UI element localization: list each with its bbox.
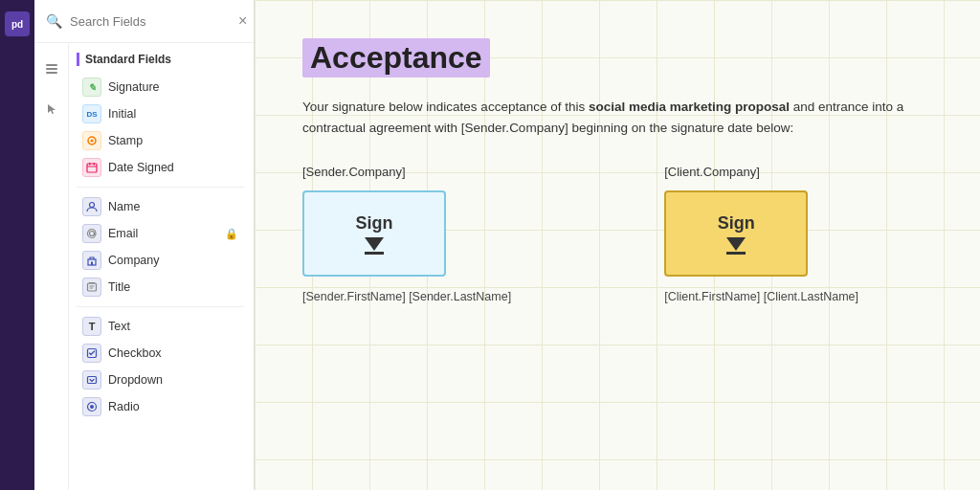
dropdown-icon bbox=[82, 370, 101, 390]
search-input[interactable] bbox=[70, 14, 231, 29]
client-sig-column: [Client.Company] Sign [Client.FirstName]… bbox=[664, 165, 858, 303]
field-label-initial: Initial bbox=[108, 107, 136, 121]
field-item-text[interactable]: T Text bbox=[77, 313, 244, 340]
signature-icon: ✎ bbox=[82, 78, 101, 97]
close-icon[interactable]: × bbox=[238, 13, 247, 29]
field-label-title: Title bbox=[108, 280, 130, 294]
date-signed-icon bbox=[82, 158, 101, 177]
svg-rect-12 bbox=[91, 262, 93, 266]
sidebar-left-icons bbox=[34, 43, 69, 490]
svg-rect-18 bbox=[88, 377, 97, 384]
client-arrow-down-icon bbox=[726, 237, 746, 251]
field-label-radio: Radio bbox=[108, 400, 140, 413]
initial-icon: DS bbox=[82, 104, 101, 123]
field-label-email: Email bbox=[108, 227, 138, 240]
body-text-bold: social media marketing proposal bbox=[589, 100, 790, 114]
main-content: Acceptance Your signature below indicate… bbox=[255, 0, 980, 490]
body-text-start: Your signature below indicates acceptanc… bbox=[302, 100, 589, 114]
document-title: Acceptance bbox=[302, 38, 490, 78]
field-item-signature[interactable]: ✎ Signature bbox=[77, 74, 244, 100]
title-icon bbox=[82, 278, 101, 297]
sender-name-label: [Sender.FirstName] [Sender.LastName] bbox=[302, 290, 511, 303]
company-icon bbox=[82, 251, 101, 270]
field-label-checkbox: Checkbox bbox=[108, 346, 162, 360]
field-item-company[interactable]: Company bbox=[77, 247, 244, 274]
sidebar-icon-layers[interactable] bbox=[39, 56, 64, 81]
field-item-radio[interactable]: Radio bbox=[77, 393, 244, 420]
svg-rect-5 bbox=[87, 164, 97, 172]
signature-row: [Sender.Company] Sign [Sender.FirstName]… bbox=[302, 165, 932, 303]
svg-rect-16 bbox=[89, 282, 95, 284]
field-label-date-signed: Date Signed bbox=[108, 161, 174, 174]
field-label-text: Text bbox=[108, 320, 130, 333]
client-sign-box[interactable]: Sign bbox=[664, 190, 808, 277]
stamp-icon bbox=[82, 131, 101, 150]
sender-company-label: [Sender.Company] bbox=[302, 165, 511, 179]
section-title: Standard Fields bbox=[77, 53, 244, 66]
field-label-stamp: Stamp bbox=[108, 134, 143, 147]
name-icon bbox=[82, 197, 101, 216]
field-item-title[interactable]: Title bbox=[77, 274, 244, 301]
svg-rect-0 bbox=[46, 64, 57, 66]
document-area: Acceptance Your signature below indicate… bbox=[255, 0, 980, 349]
divider-2 bbox=[77, 306, 244, 307]
field-item-dropdown[interactable]: Dropdown bbox=[77, 367, 244, 393]
sidebar: 🔍 × Standard Fields bbox=[34, 0, 255, 490]
field-label-name: Name bbox=[108, 200, 140, 213]
svg-rect-2 bbox=[46, 72, 57, 74]
field-item-email[interactable]: Email 🔒 bbox=[77, 220, 244, 247]
checkbox-icon bbox=[82, 344, 101, 363]
app-logo: pd bbox=[5, 11, 30, 36]
field-label-signature: Signature bbox=[108, 80, 160, 94]
sender-sign-arrow bbox=[365, 237, 384, 255]
svg-rect-7 bbox=[89, 163, 91, 166]
field-item-checkbox[interactable]: Checkbox bbox=[77, 340, 244, 367]
sidebar-search-bar: 🔍 × bbox=[34, 0, 254, 43]
svg-rect-1 bbox=[46, 68, 57, 70]
field-label-dropdown: Dropdown bbox=[108, 373, 163, 387]
client-sign-arrow bbox=[726, 237, 746, 255]
sidebar-icon-cursor[interactable] bbox=[39, 97, 64, 122]
client-name-label: [Client.FirstName] [Client.LastName] bbox=[664, 290, 858, 303]
sender-sig-column: [Sender.Company] Sign [Sender.FirstName]… bbox=[302, 165, 511, 303]
text-icon: T bbox=[82, 317, 101, 336]
divider-1 bbox=[77, 187, 244, 188]
svg-rect-13 bbox=[88, 283, 97, 291]
svg-rect-8 bbox=[94, 163, 96, 166]
lock-icon: 🔒 bbox=[225, 228, 238, 240]
email-icon bbox=[82, 224, 101, 243]
field-item-stamp[interactable]: Stamp bbox=[77, 127, 244, 154]
document-body: Your signature below indicates acceptanc… bbox=[302, 97, 932, 138]
search-icon: 🔍 bbox=[46, 13, 62, 29]
svg-point-4 bbox=[91, 140, 94, 143]
sender-sign-text: Sign bbox=[356, 213, 393, 234]
client-sign-text: Sign bbox=[718, 213, 755, 234]
field-item-name[interactable]: Name bbox=[77, 193, 244, 220]
field-item-initial[interactable]: DS Initial bbox=[77, 100, 244, 127]
field-label-company: Company bbox=[108, 254, 160, 267]
arrow-down-icon bbox=[365, 237, 384, 251]
field-item-date-signed[interactable]: Date Signed bbox=[77, 154, 244, 181]
sender-sign-box[interactable]: Sign bbox=[302, 190, 446, 277]
arrow-base bbox=[365, 252, 384, 255]
svg-point-20 bbox=[90, 405, 94, 409]
sidebar-content: Standard Fields ✎ Signature DS Initial S… bbox=[34, 43, 254, 490]
svg-point-9 bbox=[90, 203, 95, 208]
radio-icon bbox=[82, 397, 101, 416]
client-arrow-base bbox=[726, 252, 746, 255]
app-bar: pd bbox=[0, 0, 34, 490]
svg-point-10 bbox=[90, 232, 95, 236]
client-company-label: [Client.Company] bbox=[664, 165, 858, 179]
sidebar-fields-panel: Standard Fields ✎ Signature DS Initial S… bbox=[69, 43, 254, 490]
